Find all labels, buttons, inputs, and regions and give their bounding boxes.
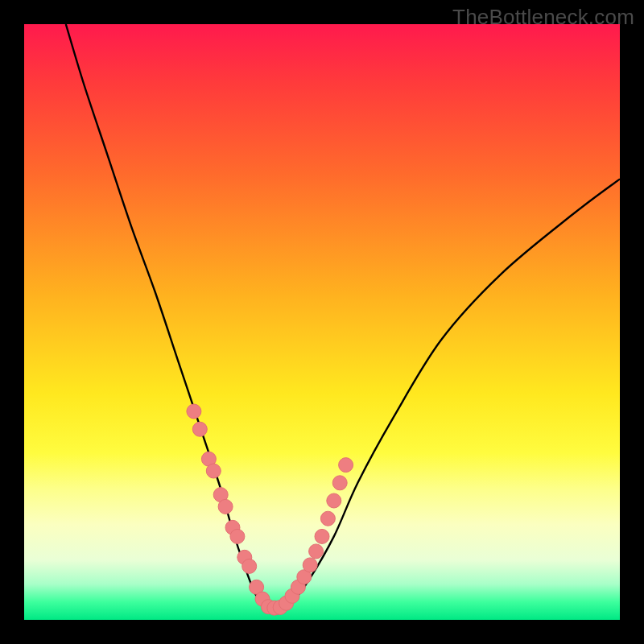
curve-marker (218, 499, 233, 514)
curve-marker (339, 458, 353, 473)
plot-area (24, 24, 620, 620)
curve-marker (187, 404, 201, 419)
curve-marker (192, 422, 207, 436)
curve-group (66, 24, 620, 609)
curve-marker (320, 511, 335, 526)
curve-marker (242, 559, 257, 573)
curve-marker (332, 476, 347, 490)
bottleneck-curve-svg (24, 24, 620, 620)
bottleneck-curve (66, 24, 620, 609)
curve-marker (309, 544, 324, 559)
marker-group (187, 404, 353, 615)
curve-marker (315, 529, 329, 543)
curve-marker (230, 529, 245, 543)
curve-marker (327, 493, 341, 508)
curve-marker (303, 558, 317, 572)
curve-marker (206, 464, 221, 478)
chart-frame: TheBottleneck.com (0, 0, 644, 644)
